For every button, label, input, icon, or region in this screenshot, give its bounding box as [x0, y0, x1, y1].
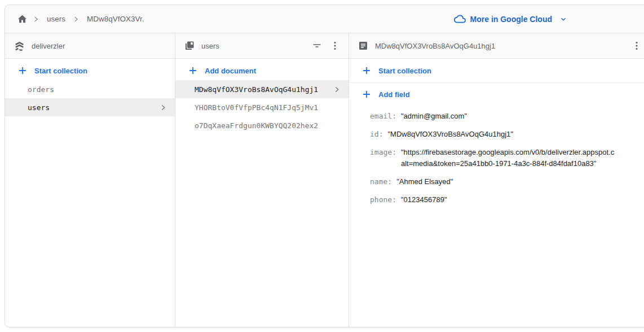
field-list: email: "admin@gmail.com" id: "MDw8qVfOX3…: [349, 104, 644, 209]
collection-row-users[interactable]: users: [5, 98, 175, 116]
document-row[interactable]: MDw8qVfOX3VroBs8AvOqG4u1hgj1: [175, 80, 349, 98]
collection-row-orders[interactable]: orders: [5, 80, 175, 98]
breadcrumb-users[interactable]: users: [43, 15, 69, 23]
more-vert-icon[interactable]: [629, 38, 644, 54]
collection-panel: users Add document MDw8qVfOX3VroBs8AvOq: [175, 33, 349, 327]
add-document-label: Add document: [205, 67, 256, 75]
field-value: "https://firebasestorage.googleapis.com/…: [401, 147, 614, 169]
start-collection-label: Start collection: [34, 67, 87, 75]
document-id: YHORBtoV0fVfpPBc4qN1FJq5jMv1: [195, 103, 318, 112]
field-row-id[interactable]: id: "MDw8qVfOX3VroBs8AvOqG4u1hgj1": [370, 125, 644, 143]
chevron-right-icon: [72, 15, 80, 23]
collection-name: orders: [28, 85, 54, 94]
field-row-email[interactable]: email: "admin@gmail.com": [370, 107, 644, 125]
document-panel-header: MDw8qVfOX3VroBs8AvOqG4u1hgj1: [349, 33, 644, 59]
firestore-data-card: users MDw8qVfOX3Vr. More in Google Cloud: [5, 5, 644, 327]
document-icon: [358, 41, 368, 51]
collection-title: users: [201, 42, 302, 50]
field-key: email:: [370, 111, 396, 122]
add-field-label: Add field: [378, 90, 410, 99]
database-panel-header: deliverzler: [5, 33, 175, 59]
field-value-line: "https://firebasestorage.googleapis.com/…: [401, 147, 614, 158]
database-panel: deliverzler Start collection orders user…: [5, 33, 175, 327]
field-row-image[interactable]: image: "https://firebasestorage.googleap…: [370, 143, 644, 173]
collection-icon: [184, 41, 195, 51]
field-key: phone:: [370, 194, 396, 206]
plus-icon: [188, 66, 197, 75]
document-row[interactable]: YHORBtoV0fVfpPBc4qN1FJq5jMv1: [175, 98, 349, 116]
document-id: o7DqXaeaFrdgun0KWBYQQ202hex2: [195, 121, 318, 130]
home-icon[interactable]: [15, 12, 29, 26]
field-row-name[interactable]: name: "Ahmed Elsayed": [370, 173, 644, 191]
start-collection-label: Start collection: [378, 67, 431, 75]
chevron-down-icon: [559, 15, 568, 24]
document-id: MDw8qVfOX3VroBs8AvOqG4u1hgj1: [195, 85, 318, 94]
field-value: "Ahmed Elsayed": [396, 176, 453, 187]
collection-name: users: [28, 103, 50, 112]
breadcrumb-document[interactable]: MDw8qVfOX3Vr.: [83, 15, 148, 23]
chevron-right-icon: [333, 85, 341, 94]
chevron-right-icon: [32, 15, 40, 23]
more-in-google-cloud-link[interactable]: More in Google Cloud: [454, 13, 568, 25]
start-collection-button[interactable]: Start collection: [5, 59, 175, 80]
database-title: deliverzler: [32, 42, 169, 50]
field-key: id:: [370, 129, 383, 140]
field-value: "0123456789": [401, 194, 447, 206]
field-key: name:: [370, 176, 392, 187]
panels-container: deliverzler Start collection orders user…: [5, 33, 644, 327]
more-vert-icon[interactable]: [327, 38, 343, 54]
plus-icon: [362, 90, 371, 99]
add-field-button[interactable]: Add field: [349, 83, 644, 104]
field-row-phone[interactable]: phone: "0123456789": [370, 191, 644, 209]
start-collection-button[interactable]: Start collection: [349, 59, 644, 83]
chevron-right-icon: [159, 103, 167, 112]
field-value: "MDw8qVfOX3VroBs8AvOqG4u1hgj1": [387, 129, 513, 140]
cloud-icon: [454, 13, 466, 25]
plus-icon: [18, 66, 27, 75]
add-document-button[interactable]: Add document: [175, 59, 349, 80]
document-row[interactable]: o7DqXaeaFrdgun0KWBYQQ202hex2: [175, 116, 349, 134]
field-value: "admin@gmail.com": [401, 111, 467, 122]
plus-icon: [362, 66, 371, 75]
field-value-line: alt=media&token=25a41bb0-1971-4a3c-884f-…: [401, 158, 614, 169]
filter-icon[interactable]: [309, 38, 325, 54]
field-key: image:: [370, 147, 396, 158]
more-in-google-cloud-label: More in Google Cloud: [470, 15, 552, 24]
firestore-database-icon: [14, 41, 25, 51]
collection-panel-header: users: [175, 33, 349, 59]
breadcrumb: users MDw8qVfOX3Vr. More in Google Cloud: [5, 5, 644, 33]
document-title: MDw8qVfOX3VroBs8AvOqG4u1hgj1: [375, 42, 622, 50]
document-panel: MDw8qVfOX3VroBs8AvOqG4u1hgj1 Start colle…: [349, 33, 644, 327]
